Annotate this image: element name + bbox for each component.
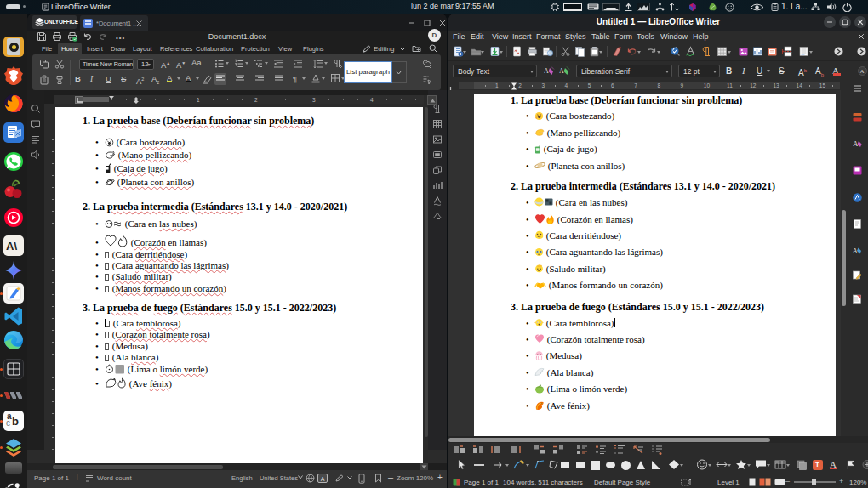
svg-text:A: A <box>559 67 564 75</box>
svg-text:A: A <box>860 68 865 75</box>
svg-text:A: A <box>544 67 549 75</box>
